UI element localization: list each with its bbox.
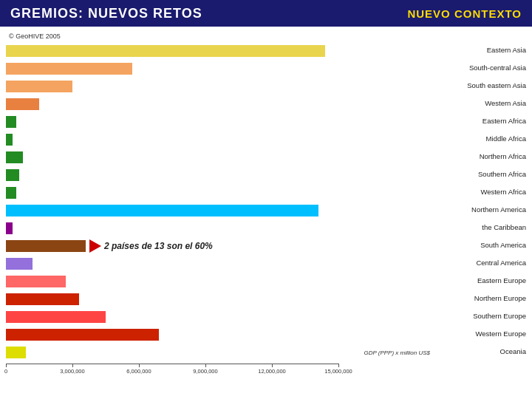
- bar-label: Eastern Asia: [430, 46, 526, 54]
- bar-rect: [6, 347, 26, 358]
- arrow-icon: [89, 239, 101, 253]
- bar-label: Northern America: [430, 205, 526, 214]
- bar-rect: [6, 311, 106, 323]
- bar-rect: [6, 116, 16, 128]
- chart-container: © GeoHIVE 2005 Eastern AsiaSouth-central…: [0, 27, 532, 399]
- bar-label: Northern Europe: [430, 294, 526, 302]
- bar-row: Southern Europe: [6, 309, 526, 326]
- bar-row: Central America: [6, 256, 526, 273]
- bar-rect: [6, 98, 39, 110]
- bar-rect: [6, 258, 33, 270]
- chart-area: Eastern AsiaSouth-central AsiaSouth east…: [6, 43, 526, 378]
- x-tick-label: 12,000,000: [258, 368, 286, 375]
- bar-row: Western Asia: [6, 96, 526, 113]
- bar-row: Oceania: [6, 344, 526, 361]
- bar-rect: [6, 81, 72, 92]
- bar-label: Middle Africa: [430, 134, 526, 143]
- arrow-annotation: 2 países de 13 son el 60%: [89, 239, 213, 253]
- bar-rect: [6, 187, 16, 199]
- bar-rect: [6, 151, 23, 163]
- header: GREMIOS: NUEVOS RETOS NUEVO CONTEXTO: [0, 0, 532, 27]
- bar-row: South eastern Asia: [6, 78, 526, 95]
- bar-rect: [6, 293, 79, 305]
- annotation-text: 2 países de 13 son el 60%: [104, 241, 213, 251]
- bar-rect: [6, 45, 325, 57]
- gdp-axis-label: GDP (PPP) x million US$: [364, 349, 431, 356]
- bar-row: Northern Africa: [6, 149, 526, 166]
- bar-row: South-central Asia: [6, 61, 526, 78]
- x-tick-label: 0: [4, 368, 7, 375]
- bar-rect: [6, 329, 159, 341]
- bar-label: South eastern Asia: [430, 81, 526, 89]
- bar-label: Western Europe: [430, 330, 526, 338]
- bar-row: Eastern Africa: [6, 114, 526, 131]
- bar-row: Eastern Asia: [6, 43, 526, 60]
- bar-row: South America: [6, 238, 526, 255]
- bar-row: the Caribbean: [6, 220, 526, 237]
- page-title: GREMIOS: NUEVOS RETOS: [10, 6, 202, 21]
- x-tick-label: 3,000,000: [60, 368, 84, 375]
- bar-label: South-central Asia: [430, 64, 526, 72]
- bar-rect: [6, 240, 86, 252]
- bar-row: Eastern Europe: [6, 273, 526, 290]
- bar-label: Western Asia: [430, 99, 526, 107]
- bar-label: Western Africa: [430, 188, 526, 196]
- bar-row: Southern Africa: [6, 167, 526, 184]
- x-tick-label: 15,000,000: [324, 368, 352, 375]
- copyright-label: © GeoHIVE 2005: [9, 33, 61, 40]
- bar-label: Eastern Europe: [430, 276, 526, 284]
- bar-rect: [6, 169, 19, 181]
- bar-row: Western Europe: [6, 327, 526, 344]
- bar-row: Northern Europe: [6, 291, 526, 308]
- bar-rect: [6, 205, 318, 216]
- bar-label: Northern Africa: [430, 152, 526, 160]
- bar-rect: [6, 276, 66, 287]
- bar-rect: [6, 222, 13, 234]
- bar-label: South America: [430, 241, 526, 249]
- bar-rect: [6, 63, 132, 75]
- bar-label: Oceania: [430, 347, 526, 355]
- bar-row: Middle Africa: [6, 132, 526, 149]
- bar-label: Eastern Africa: [430, 117, 526, 125]
- x-tick-label: 6,000,000: [126, 368, 151, 375]
- bar-rect: [6, 134, 13, 146]
- bar-row: Northern America: [6, 202, 526, 219]
- bar-label: the Caribbean: [430, 223, 526, 231]
- page-subtitle: NUEVO CONTEXTO: [407, 7, 522, 20]
- bar-row: Western Africa: [6, 185, 526, 202]
- bar-label: Southern Africa: [430, 170, 526, 178]
- bar-label: Central America: [430, 259, 526, 267]
- x-tick-label: 9,000,000: [193, 368, 217, 375]
- bar-label: Southern Europe: [430, 312, 526, 320]
